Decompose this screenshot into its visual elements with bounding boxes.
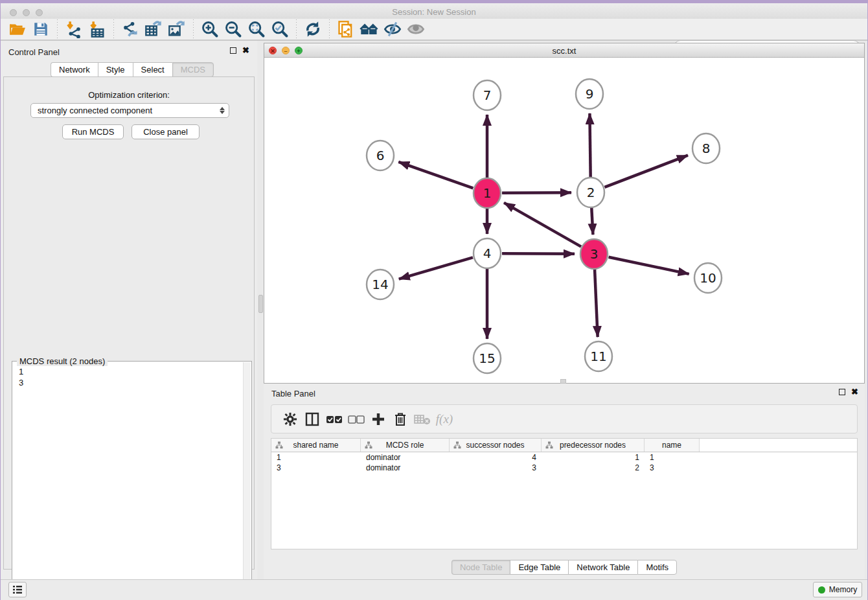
table-row[interactable]: 1dominator411 <box>271 452 857 463</box>
network-overview-icon[interactable] <box>360 19 379 39</box>
graph-node-1[interactable]: 1 <box>474 178 501 208</box>
cell-shared-name: 3 <box>271 463 361 473</box>
float-panel-icon[interactable] <box>230 47 236 54</box>
graph-node-4[interactable]: 4 <box>474 238 501 268</box>
import-table-icon[interactable] <box>87 19 107 39</box>
svg-text:8: 8 <box>702 141 711 156</box>
tab-network[interactable]: Network <box>51 62 98 77</box>
export-table-icon[interactable] <box>144 19 163 39</box>
duplicate-network-icon[interactable] <box>336 19 356 39</box>
trash-icon[interactable] <box>389 410 411 429</box>
graph-edge-4-3[interactable] <box>502 253 575 254</box>
network-window-titlebar[interactable]: ✕ – + scc.txt <box>264 43 864 58</box>
graph-node-10[interactable]: 10 <box>694 263 722 293</box>
cell-name: 1 <box>645 452 700 463</box>
application-window: Session: New Session <box>0 0 868 600</box>
node-table[interactable]: shared nameMCDS rolesuccessor nodesprede… <box>271 438 858 549</box>
dropdown-stepper-icon <box>220 107 225 114</box>
graph-edge-3-10[interactable] <box>609 257 689 274</box>
network-canvas[interactable]: 7968124314101511 <box>264 58 864 383</box>
selected-criterion: strongly connected component <box>38 106 220 115</box>
column-layout-icon[interactable] <box>301 410 323 429</box>
mcds-result-text[interactable]: 1 3 <box>13 362 244 600</box>
result-scrollbar[interactable] <box>243 362 251 600</box>
panel-splitter-handle[interactable] <box>258 295 263 313</box>
tab-motifs[interactable]: Motifs <box>637 560 677 575</box>
optimization-criterion-label: Optimization criterion: <box>4 90 254 100</box>
deselect-all-icon[interactable] <box>345 410 367 429</box>
control-panel: Control Panel ✖ NetworkStyleSelectMCDS O… <box>1 41 257 579</box>
gear-icon[interactable] <box>279 410 301 429</box>
optimization-criterion-select[interactable]: strongly connected component <box>30 103 229 118</box>
toolbar-separator <box>57 19 58 39</box>
import-network-icon[interactable] <box>64 19 84 39</box>
toolbar-separator <box>296 19 297 39</box>
cell-shared-name: 1 <box>271 452 361 463</box>
close-table-panel-icon[interactable]: ✖ <box>851 389 858 395</box>
network-window-title: scc.txt <box>264 46 864 56</box>
column-header-name[interactable]: name <box>645 439 700 452</box>
run-mcds-button[interactable]: Run MCDS <box>62 124 124 139</box>
table-panel: Table Panel ✖ <box>264 384 865 579</box>
svg-text:3: 3 <box>590 246 599 262</box>
graph-node-11[interactable]: 11 <box>585 341 612 371</box>
save-session-icon[interactable] <box>31 19 51 39</box>
graph-edge-2-3[interactable] <box>591 207 593 235</box>
add-icon[interactable] <box>367 410 389 429</box>
svg-text:1: 1 <box>483 185 492 201</box>
select-all-icon[interactable] <box>323 410 345 429</box>
table-row[interactable]: 3dominator323 <box>271 463 857 473</box>
task-history-button[interactable] <box>8 582 27 597</box>
column-header-successor-nodes[interactable]: successor nodes <box>450 439 542 452</box>
graph-edge-3-1[interactable] <box>504 203 581 247</box>
graph-edge-1-6[interactable] <box>398 162 473 188</box>
tab-select[interactable]: Select <box>133 62 172 77</box>
svg-text:14: 14 <box>372 277 388 292</box>
cell-predecessor-nodes: 1 <box>542 452 645 463</box>
tab-network-table[interactable]: Network Table <box>568 560 637 575</box>
column-header-predecessor-nodes[interactable]: predecessor nodes <box>542 439 645 452</box>
tab-node-table[interactable]: Node Table <box>451 560 510 575</box>
main-titlebar: Session: New Session <box>1 3 867 19</box>
graph-node-6[interactable]: 6 <box>367 141 394 170</box>
graph-edge-1-2[interactable] <box>502 192 571 193</box>
zoom-selected-icon[interactable] <box>270 19 290 39</box>
table-tabs: Node TableEdge TableNetwork TableMotifs <box>264 560 865 575</box>
graph-edge-2-9[interactable] <box>589 113 590 178</box>
zoom-out-icon[interactable] <box>223 19 243 39</box>
svg-text:10: 10 <box>700 270 716 286</box>
zoom-in-icon[interactable] <box>200 19 220 39</box>
export-image-icon[interactable] <box>167 19 187 39</box>
window-title: Session: New Session <box>1 7 867 17</box>
graph-node-2[interactable]: 2 <box>577 178 604 207</box>
graph-node-3[interactable]: 3 <box>580 239 608 269</box>
export-network-icon[interactable] <box>120 19 140 39</box>
graph-node-9[interactable]: 9 <box>576 79 603 109</box>
zoom-fit-icon[interactable] <box>247 19 266 39</box>
graph-edge-3-11[interactable] <box>595 269 598 337</box>
graph-edge-4-14[interactable] <box>399 257 473 279</box>
open-session-icon[interactable] <box>8 19 27 39</box>
apply-layout-icon[interactable] <box>303 19 323 39</box>
tab-mcds[interactable]: MCDS <box>172 62 214 77</box>
status-bar: Memory <box>1 579 867 600</box>
graph-node-15[interactable]: 15 <box>474 343 501 373</box>
column-header-shared-name[interactable]: shared name <box>271 439 361 452</box>
graph-node-7[interactable]: 7 <box>474 80 501 110</box>
horizontal-splitter-handle[interactable] <box>560 379 566 384</box>
svg-text:15: 15 <box>479 351 495 366</box>
graph-edge-2-8[interactable] <box>604 156 687 187</box>
graph-node-8[interactable]: 8 <box>692 133 720 163</box>
float-table-panel-icon[interactable] <box>839 389 845 395</box>
eye-slash-icon[interactable] <box>383 19 402 39</box>
control-panel-title: Control Panel <box>8 47 60 57</box>
tab-style[interactable]: Style <box>98 62 133 77</box>
mcds-result-group: MCDS result (2 nodes) 1 3 <box>12 361 252 600</box>
close-panel-icon[interactable]: ✖ <box>242 47 249 54</box>
column-header-MCDS-role[interactable]: MCDS role <box>361 439 450 452</box>
tab-edge-table[interactable]: Edge Table <box>510 560 568 575</box>
close-panel-button[interactable]: Close panel <box>131 124 200 139</box>
eye-icon[interactable] <box>406 19 426 39</box>
graph-node-14[interactable]: 14 <box>367 270 394 299</box>
memory-button[interactable]: Memory <box>813 582 862 597</box>
